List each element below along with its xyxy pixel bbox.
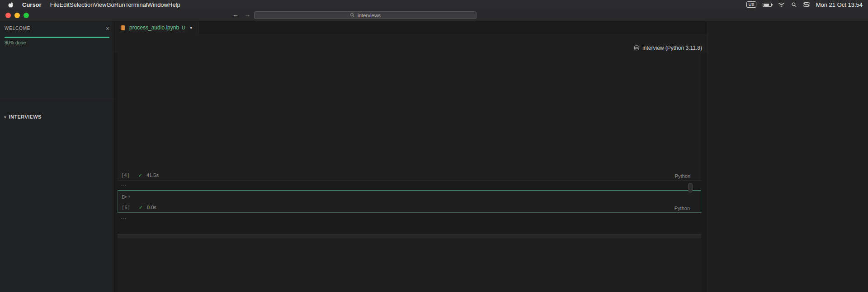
run-cell-button[interactable]: ▷ ∨ — [123, 193, 130, 200]
go-back-icon[interactable]: ← — [232, 11, 239, 18]
menu-terminal[interactable]: Terminal — [125, 1, 147, 8]
progress-label: 80% done — [5, 40, 26, 45]
unsaved-dot-icon[interactable]: ● — [190, 25, 192, 30]
menu-go[interactable]: Go — [106, 1, 114, 8]
success-check-icon: ✓ — [138, 172, 146, 178]
explorer-title: INTERVIEWS — [9, 114, 42, 120]
notebook-file-icon — [121, 25, 125, 30]
window-titlebar: ← → interviews — [0, 9, 868, 21]
tab-git-badge: U — [182, 25, 185, 30]
breadcrumb — [114, 34, 708, 43]
cell-3-divider — [118, 235, 701, 238]
macos-menubar: Cursor FileEditSelectionViewGoRunTermina… — [0, 0, 868, 9]
zoom-window-button[interactable] — [24, 13, 29, 18]
menubar-menus: FileEditSelectionViewGoRunTerminalWindow… — [50, 1, 180, 8]
cell-divider-more-icon[interactable]: ⋯ — [121, 215, 127, 221]
cell-language[interactable]: Python — [675, 173, 690, 179]
go-forward-icon[interactable]: → — [244, 11, 250, 18]
execution-count: [6] — [122, 205, 139, 210]
battery-icon[interactable] — [763, 3, 772, 7]
menu-view[interactable]: View — [94, 1, 106, 8]
code-cell-3[interactable] — [118, 238, 701, 292]
wifi-icon[interactable] — [778, 2, 785, 7]
execution-duration: 0.0s — [147, 205, 156, 210]
window-controls — [5, 13, 29, 18]
cell-2-status-bar: [6] ✓ 0.0s — [118, 203, 701, 212]
activity-icons-row — [0, 103, 114, 113]
execution-count: [4] — [121, 172, 138, 178]
menubar-status: US Mon 21 Oct 13:54 — [740, 1, 868, 8]
sidebar: WELCOME × 80% done ∨ INTERVIEWS — [0, 21, 114, 292]
app-menu-cursor[interactable]: Cursor — [22, 1, 42, 8]
kernel-picker[interactable]: interview (Python 3.11.8) — [634, 43, 702, 53]
search-text: interviews — [358, 13, 381, 18]
menubar-clock[interactable]: Mon 21 Oct 13:54 — [816, 1, 863, 8]
cell-divider-more-icon[interactable]: ⋯ — [121, 182, 127, 188]
history-navigation: ← → — [232, 11, 250, 18]
control-center-icon[interactable] — [803, 2, 810, 7]
progress-fill — [5, 37, 109, 38]
success-check-icon: ✓ — [139, 205, 147, 211]
execution-duration: 41.5s — [146, 172, 159, 178]
welcome-title: WELCOME — [5, 26, 30, 31]
close-icon[interactable]: × — [106, 26, 109, 31]
notebook-toolbar — [114, 43, 708, 53]
run-icon: ▷ — [123, 193, 127, 200]
kernel-icon — [634, 45, 640, 51]
spotlight-search-icon[interactable] — [791, 2, 797, 8]
tab-title: process_audio.ipynb — [129, 24, 179, 31]
menubar-menus-left: Cursor FileEditSelectionViewGoRunTermina… — [0, 1, 180, 8]
welcome-panel: WELCOME × 80% done — [0, 21, 114, 99]
notebook-area: [4] ✓ 41.5s Python ⋯ ▷ ∨ [6] ✓ 0.0 — [114, 53, 708, 292]
onboarding-progressbar — [5, 37, 109, 38]
kernel-label: interview (Python 3.11.8) — [642, 45, 702, 51]
input-source-indicator[interactable]: US — [746, 1, 756, 8]
cell-1-editor[interactable] — [144, 53, 699, 170]
cursor-window: Cursor FileEditSelectionViewGoRunTermina… — [0, 0, 868, 292]
command-center-search[interactable]: interviews — [254, 11, 476, 19]
editor-group: process_audio.ipynb U ● interview (Pytho… — [114, 21, 708, 292]
menu-window[interactable]: Window — [147, 1, 168, 8]
explorer-section-header[interactable]: ∨ INTERVIEWS — [4, 114, 42, 120]
menu-selection[interactable]: Selection — [70, 1, 94, 8]
tab-strip: process_audio.ipynb U ● — [114, 21, 708, 34]
apple-menu-icon[interactable] — [8, 2, 14, 8]
menu-help[interactable]: Help — [168, 1, 180, 8]
cell-toolbar — [688, 183, 693, 192]
code-cell-1[interactable]: [4] ✓ 41.5s Python — [118, 53, 701, 181]
cell-language[interactable]: Python — [675, 206, 690, 211]
search-icon — [350, 13, 355, 18]
chevron-down-icon: ∨ — [128, 195, 130, 198]
menu-run[interactable]: Run — [114, 1, 125, 8]
close-window-button[interactable] — [5, 13, 11, 18]
chevron-down-icon: ∨ — [4, 115, 7, 119]
code-cell-2[interactable]: ▷ ∨ [6] ✓ 0.0s Python — [118, 190, 701, 213]
cell-1-status-bar: [4] ✓ 41.5s — [118, 171, 701, 180]
secondary-pane — [708, 21, 868, 292]
menu-file[interactable]: File — [50, 1, 60, 8]
minimize-window-button[interactable] — [14, 13, 20, 18]
tab-process-audio[interactable]: process_audio.ipynb U ● — [114, 21, 199, 34]
menu-edit[interactable]: Edit — [60, 1, 70, 8]
